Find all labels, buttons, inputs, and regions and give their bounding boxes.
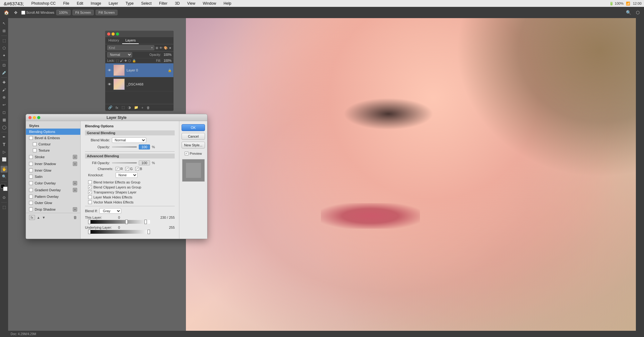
menu-view[interactable]: View (186, 1, 197, 6)
opacity-value[interactable]: 100% (162, 53, 172, 56)
underlying-layer-slider[interactable] (88, 230, 150, 234)
crop-tool[interactable]: ⊡ (1, 62, 7, 69)
healing-brush-tool[interactable]: ✚ (1, 79, 7, 86)
gradient-tool[interactable]: ▦ (1, 116, 7, 123)
underlying-handle-right[interactable] (147, 230, 150, 234)
menu-layer[interactable]: Layer (107, 1, 119, 6)
gradient-overlay-add-btn[interactable]: + (73, 188, 77, 192)
footer-fx-btn[interactable]: fx (29, 215, 35, 220)
sidebar-inner-glow[interactable]: Inner Glow (26, 167, 80, 173)
inner-shadow-checkbox[interactable] (29, 162, 33, 166)
zoom-tool[interactable]: 🔍 (1, 173, 7, 180)
sidebar-contour[interactable]: Contour (26, 141, 80, 147)
effects-icon[interactable]: ★ (169, 46, 172, 50)
lasso-tool[interactable]: ⬠ (1, 45, 7, 51)
layer-item-1[interactable]: 👁 _DSC4468 (105, 77, 173, 91)
sidebar-satin[interactable]: Satin (26, 173, 80, 180)
blend-mode-dropdown[interactable]: Normal (112, 137, 146, 143)
layer-group-btn[interactable]: 📁 (133, 105, 139, 110)
satin-checkbox[interactable] (29, 175, 33, 178)
this-layer-handle-mid-right[interactable] (144, 220, 147, 224)
sidebar-gradient-overlay[interactable]: Gradient Overlay + (26, 187, 80, 193)
layer-name-1[interactable]: _DSC4468 (127, 82, 172, 86)
filter-icon[interactable]: ⊠ (156, 46, 158, 50)
apple-menu[interactable]: &#63743; (2, 1, 25, 6)
fill-opacity-slider[interactable] (112, 162, 137, 164)
hand-tool[interactable]: 🖐 (1, 166, 7, 173)
blend-clipped-cb[interactable] (88, 185, 92, 189)
layers-panel-titlebar[interactable] (105, 31, 173, 37)
new-style-button[interactable]: New Style... (182, 142, 205, 149)
sidebar-pattern-overlay[interactable]: Pattern Overlay (26, 193, 80, 200)
search-icon[interactable]: 🔍 (625, 9, 632, 16)
background-color[interactable] (3, 187, 7, 191)
tab-history[interactable]: History (105, 37, 122, 44)
tab-layers[interactable]: Layers (122, 37, 139, 44)
layer-mask-btn[interactable]: ⬚ (121, 105, 126, 110)
channel-g-checkbox[interactable] (125, 167, 129, 171)
color-swatch[interactable] (1, 184, 7, 191)
blend-interior-cb[interactable] (88, 180, 92, 184)
fill-screen-btn[interactable]: Fill Screen (96, 10, 117, 15)
fill-opacity-input[interactable] (139, 160, 150, 165)
layer-mask-cb[interactable] (88, 195, 92, 199)
brush-tool[interactable]: 🖌 (1, 86, 7, 93)
footer-up-btn[interactable]: ▲ (37, 216, 40, 219)
pen-tool[interactable]: ✒ (1, 134, 7, 140)
blend-if-select[interactable]: Gray (99, 208, 121, 214)
stamp-tool[interactable]: ⊕ (1, 94, 7, 101)
quick-mask-icon[interactable]: ⊙ (1, 194, 7, 201)
texture-checkbox[interactable] (33, 149, 37, 152)
menu-edit[interactable]: Edit (76, 1, 85, 6)
preview-checkbox[interactable] (185, 152, 188, 155)
panel-min-btn[interactable] (112, 32, 115, 36)
move-tool[interactable]: ↖ (1, 20, 7, 27)
underlying-handle-left[interactable] (88, 230, 91, 234)
menu-file[interactable]: File (62, 1, 70, 6)
blend-mode-select[interactable]: Normal (107, 52, 132, 57)
marquee-tool[interactable]: ⬚ (1, 37, 7, 44)
history-brush-tool[interactable]: ↩ (1, 101, 7, 108)
search-dropdown-icon[interactable]: ▾ (151, 46, 153, 49)
layer-name-0[interactable]: Layer 0 (127, 68, 166, 72)
footer-trash-btn[interactable]: 🗑 (73, 215, 77, 220)
scroll-windows-checkbox[interactable] (21, 11, 25, 15)
this-layer-handle-mid-left[interactable] (125, 220, 128, 224)
panel-close-btn[interactable] (107, 32, 110, 36)
transparency-cb[interactable] (88, 190, 92, 194)
sidebar-bevel-emboss[interactable]: Bevel & Emboss (26, 135, 80, 141)
eyedropper-tool[interactable]: 💉 (1, 69, 7, 76)
gradient-overlay-checkbox[interactable] (29, 188, 33, 192)
layer-item-0[interactable]: 👁 Layer 0 🔒 (105, 63, 173, 77)
layer-fx-btn[interactable]: fx (115, 105, 119, 110)
menu-photoshop[interactable]: Photoshop CC (30, 1, 57, 6)
layer-adj-btn[interactable]: ◑ (127, 105, 132, 110)
zoom-100-btn[interactable]: 100% (56, 10, 71, 15)
lock-transparent-icon[interactable]: ⬚ (116, 59, 119, 62)
screen-mode-icon[interactable]: ⬚ (1, 204, 7, 211)
lock-image-icon[interactable]: 🖌 (120, 59, 123, 62)
layer-link-btn[interactable]: 🔗 (107, 105, 113, 110)
outer-glow-checkbox[interactable] (29, 201, 33, 205)
drop-shadow-checkbox[interactable] (29, 208, 33, 211)
opacity-input[interactable]: 100 (139, 144, 150, 149)
color-overlay-add-btn[interactable]: + (73, 181, 77, 185)
bevel-emboss-checkbox[interactable] (29, 136, 33, 140)
sidebar-blending-options[interactable]: Blending Options (26, 129, 80, 135)
home-icon[interactable]: 🏠 (2, 9, 10, 16)
contour-checkbox[interactable] (33, 142, 37, 146)
eraser-tool[interactable]: ◻ (1, 109, 7, 116)
lock-artboard-icon[interactable]: ⬡ (128, 59, 131, 62)
fill-value[interactable]: 100% (162, 59, 172, 62)
type-tool[interactable]: T (1, 141, 7, 148)
menu-type[interactable]: Type (124, 1, 135, 6)
panel-max-btn[interactable] (116, 32, 119, 36)
ok-button[interactable]: OK (182, 124, 205, 131)
stroke-add-btn[interactable]: + (73, 155, 77, 159)
this-layer-slider[interactable] (88, 220, 150, 224)
layer-new-btn[interactable]: + (141, 105, 144, 110)
this-layer-handle-left[interactable] (88, 220, 91, 224)
channel-b-checkbox[interactable] (135, 167, 139, 171)
inner-glow-checkbox[interactable] (29, 168, 33, 172)
sidebar-texture[interactable]: Texture (26, 147, 80, 154)
